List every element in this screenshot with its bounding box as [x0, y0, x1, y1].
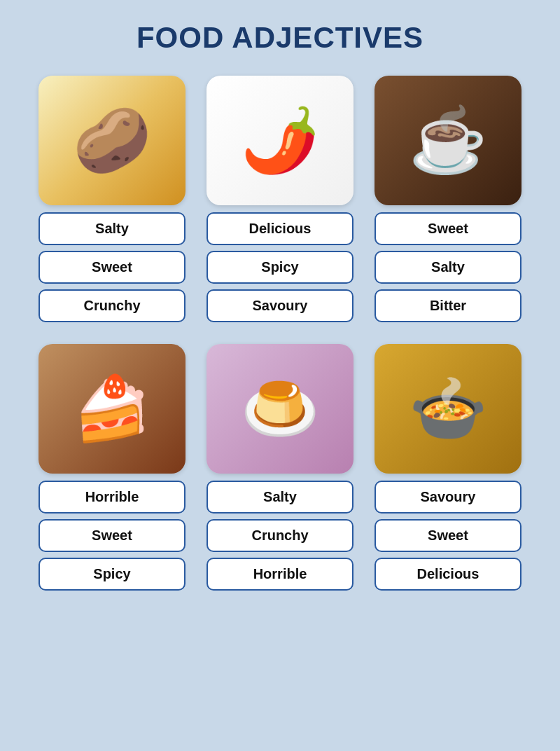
adj-sweet-3[interactable]: Sweet [38, 519, 186, 552]
adj-salty-3[interactable]: Salty [206, 481, 354, 514]
image-chili: 🌶️ [206, 76, 354, 205]
image-stew: 🍲 [374, 344, 522, 474]
col1-labels: Salty Sweet Crunchy [38, 212, 186, 322]
page-title: FOOD ADJECTIVES [136, 21, 424, 55]
adj-sweet-1[interactable]: Sweet [38, 251, 186, 284]
food-adjectives-grid: 🥔 🌶️ ☕ Salty Sweet Crunchy Delicious Spi… [14, 76, 546, 593]
col5-labels: Salty Crunchy Horrible [206, 481, 354, 591]
adj-savoury-2[interactable]: Savoury [374, 481, 522, 514]
adj-sweet-2[interactable]: Sweet [374, 212, 522, 245]
col2-labels: Delicious Spicy Savoury [206, 212, 354, 322]
adj-horrible-1[interactable]: Horrible [38, 481, 186, 514]
col6-labels: Savoury Sweet Delicious [374, 481, 522, 591]
adj-spicy-2[interactable]: Spicy [38, 558, 186, 591]
image-cake: 🍰 [38, 344, 186, 474]
adj-bitter-1[interactable]: Bitter [374, 289, 522, 322]
row1-images: 🥔 🌶️ ☕ [14, 76, 546, 205]
adj-salty-2[interactable]: Salty [374, 251, 522, 284]
image-yogurt: 🍮 [206, 344, 354, 474]
col3-labels: Sweet Salty Bitter [374, 212, 522, 322]
image-chips: 🥔 [38, 76, 186, 205]
adj-spicy-1[interactable]: Spicy [206, 251, 354, 284]
adj-crunchy-2[interactable]: Crunchy [206, 519, 354, 552]
adj-sweet-4[interactable]: Sweet [374, 519, 522, 552]
adj-crunchy-1[interactable]: Crunchy [38, 289, 186, 322]
adj-savoury-1[interactable]: Savoury [206, 289, 354, 322]
adj-delicious-1[interactable]: Delicious [206, 212, 354, 245]
image-coffee: ☕ [374, 76, 522, 205]
row2-labels: Horrible Sweet Spicy Salty Crunchy Horri… [14, 481, 546, 591]
adj-horrible-2[interactable]: Horrible [206, 558, 354, 591]
row2-images: 🍰 🍮 🍲 [14, 344, 546, 474]
adj-salty-1[interactable]: Salty [38, 212, 186, 245]
adj-delicious-2[interactable]: Delicious [374, 558, 522, 591]
row1-labels: Salty Sweet Crunchy Delicious Spicy Savo… [14, 212, 546, 322]
col4-labels: Horrible Sweet Spicy [38, 481, 186, 591]
